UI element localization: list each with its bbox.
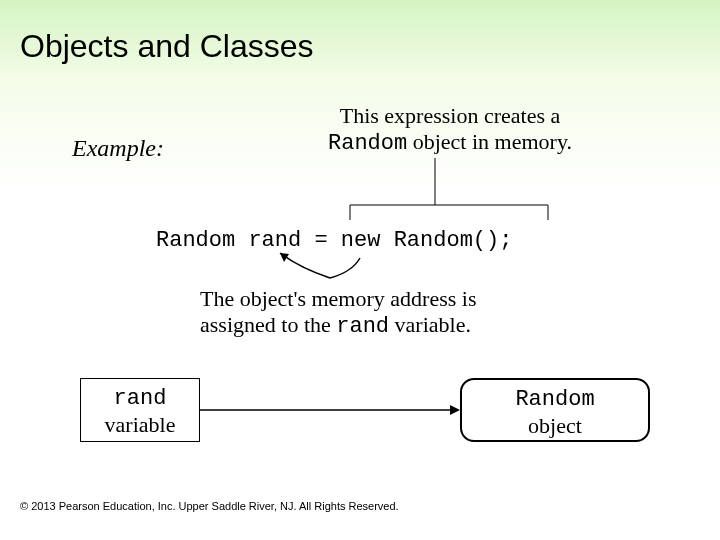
top-annotation-code: Random	[328, 131, 407, 156]
svg-marker-5	[280, 253, 289, 262]
bottom-annotation-pre: assigned to the	[200, 312, 336, 337]
example-label: Example:	[72, 135, 164, 162]
slide-title: Objects and Classes	[20, 28, 313, 65]
top-annotation-rest: object in memory.	[407, 129, 572, 154]
code-expr: new Random();	[341, 228, 513, 253]
random-box-code: Random	[515, 387, 594, 412]
top-annotation-line1: This expression creates a	[340, 103, 561, 128]
bottom-annotation-post: variable.	[389, 312, 471, 337]
code-eq: =	[301, 228, 341, 253]
bottom-annotation: The object's memory address is assigned …	[200, 286, 540, 341]
copyright: © 2013 Pearson Education, Inc. Upper Sad…	[20, 500, 399, 512]
diagram-lines	[0, 0, 720, 540]
code-line: Random rand = new Random();	[156, 228, 512, 253]
bottom-annotation-code: rand	[336, 314, 389, 339]
random-object-box: Random object	[460, 378, 650, 442]
random-box-label: object	[528, 413, 582, 438]
code-var: rand	[248, 228, 301, 253]
rand-variable-box: rand variable	[80, 378, 200, 442]
top-annotation: This expression creates a Random object …	[300, 103, 600, 158]
code-type: Random	[156, 228, 235, 253]
bottom-annotation-line1: The object's memory address is	[200, 286, 476, 311]
svg-marker-7	[450, 405, 460, 415]
rand-box-code: rand	[114, 386, 167, 411]
rand-box-label: variable	[105, 412, 176, 437]
